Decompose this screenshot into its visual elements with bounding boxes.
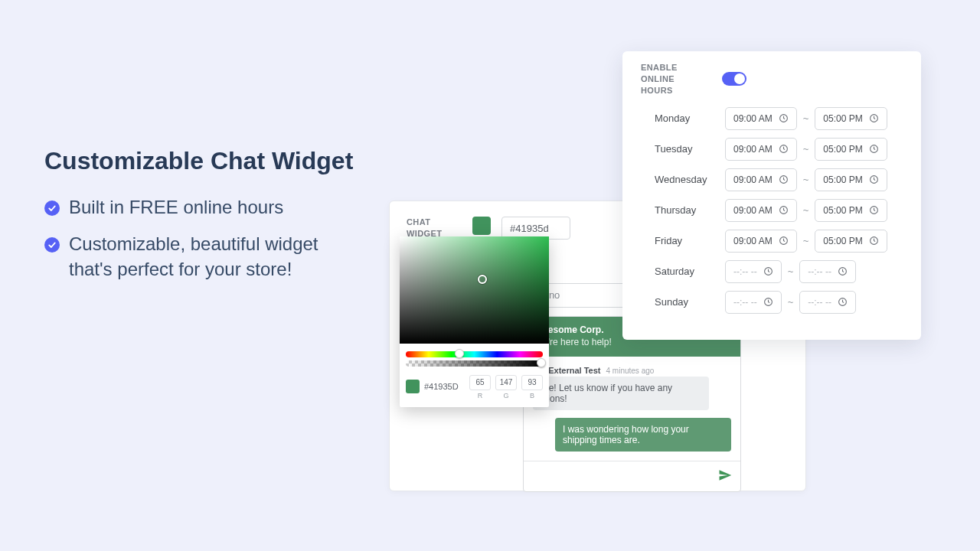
alpha-thumb[interactable] (537, 358, 546, 367)
feature-item: Customizable, beautiful widget that's pe… (69, 231, 366, 282)
alpha-slider[interactable] (406, 360, 543, 367)
start-time-input[interactable]: 09:00 AM (725, 168, 797, 191)
online-hours-toggle[interactable] (722, 72, 746, 86)
marketing-copy: Customizable Chat Widget Built in FREE o… (44, 145, 366, 293)
start-time-input[interactable]: 09:00 AM (725, 107, 797, 130)
message-meta: sor External Test 4 minutes ago (533, 366, 731, 375)
time-separator: ~ (803, 143, 809, 155)
day-name: Friday (655, 235, 725, 246)
end-time-input[interactable]: 05:00 PM (815, 199, 887, 222)
day-name: Saturday (655, 266, 725, 277)
picker-g-label: G (495, 392, 517, 399)
online-hours-panel: ENABLE ONLINE HOURS Monday09:00 AM~05:00… (622, 51, 921, 340)
hours-list: Monday09:00 AM~05:00 PMTuesday09:00 AM~0… (641, 107, 903, 314)
start-time-input[interactable]: 09:00 AM (725, 230, 797, 253)
time-separator: ~ (803, 112, 809, 124)
picker-g-input[interactable] (495, 375, 517, 390)
picker-b-input[interactable] (521, 375, 543, 390)
day-row: Saturday--:-- --~--:-- -- (641, 260, 903, 283)
feature-item: Built in FREE online hours (69, 194, 283, 220)
time-separator: ~ (803, 235, 809, 246)
send-icon[interactable] (717, 468, 733, 485)
start-time-input[interactable]: 09:00 AM (725, 199, 797, 222)
page-title: Customizable Chat Widget (44, 145, 366, 176)
day-name: Tuesday (655, 143, 725, 155)
end-time-input[interactable]: 05:00 PM (815, 168, 887, 191)
incoming-message: ere! Let us know if you have any stions! (533, 377, 709, 410)
online-hours-label: ENABLE ONLINE HOURS (641, 62, 708, 96)
picker-r-label: R (469, 392, 491, 399)
day-name: Wednesday (655, 174, 725, 185)
start-time-input[interactable]: 09:00 AM (725, 138, 797, 161)
end-time-input[interactable]: 05:00 PM (815, 230, 887, 253)
time-separator: ~ (803, 204, 809, 216)
day-row: Monday09:00 AM~05:00 PM (641, 107, 903, 130)
time-separator: ~ (788, 266, 794, 277)
color-picker-popover: #41935D R G B (400, 236, 549, 407)
start-time-input[interactable]: --:-- -- (725, 291, 782, 314)
time-separator: ~ (788, 296, 794, 308)
day-row: Wednesday09:00 AM~05:00 PM (641, 168, 903, 191)
day-name: Thursday (655, 204, 725, 216)
day-row: Thursday09:00 AM~05:00 PM (641, 199, 903, 222)
hue-thumb[interactable] (455, 349, 464, 358)
day-name: Monday (655, 112, 725, 124)
feature-list: Built in FREE online hours Customizable,… (44, 194, 366, 282)
picker-swatch (406, 380, 420, 393)
picker-b-label: B (521, 392, 543, 399)
day-name: Sunday (655, 296, 725, 308)
time-separator: ~ (803, 174, 809, 185)
day-row: Friday09:00 AM~05:00 PM (641, 230, 903, 253)
end-time-input[interactable]: 05:00 PM (815, 107, 887, 130)
chat-widget-preview: Awesome Corp. We're here to help! – sor … (523, 316, 741, 492)
day-row: Tuesday09:00 AM~05:00 PM (641, 138, 903, 161)
chat-input[interactable] (531, 471, 711, 482)
check-icon (44, 237, 60, 253)
picker-hex-value: #41935D (424, 382, 465, 391)
outgoing-message: I was wondering how long your shipping t… (555, 418, 731, 452)
sv-reticle[interactable] (478, 275, 487, 284)
end-time-input[interactable]: --:-- -- (799, 291, 856, 314)
day-row: Sunday--:-- --~--:-- -- (641, 291, 903, 314)
picker-r-input[interactable] (469, 375, 491, 390)
check-icon (44, 201, 60, 216)
message-timestamp: 4 minutes ago (606, 367, 655, 375)
saturation-value-area[interactable] (400, 236, 549, 344)
end-time-input[interactable]: --:-- -- (799, 260, 856, 283)
end-time-input[interactable]: 05:00 PM (815, 138, 887, 161)
start-time-input[interactable]: --:-- -- (725, 260, 782, 283)
color-swatch[interactable] (472, 217, 491, 235)
hue-slider[interactable] (406, 351, 543, 357)
